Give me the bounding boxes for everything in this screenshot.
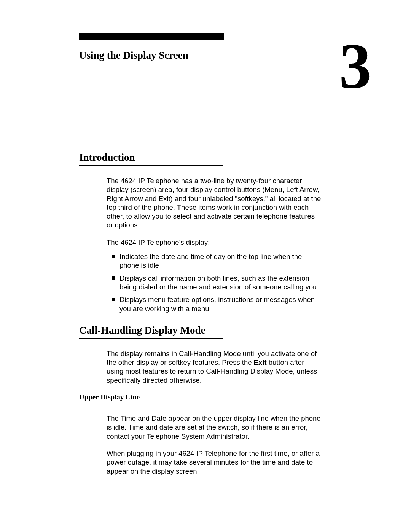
- intro-paragraph-1: The 4624 IP Telephone has a two-line by …: [107, 176, 321, 230]
- call-handling-paragraph: The display remains in Call-Handling Mod…: [107, 349, 321, 385]
- upper-display-paragraph-1: The Time and Date appear on the upper di…: [107, 414, 321, 441]
- heading-introduction: Introduction: [79, 152, 321, 163]
- chapter-bar: [79, 33, 224, 40]
- upper-display-body: The Time and Date appear on the upper di…: [107, 414, 321, 476]
- intro-bullet-list: Indicates the date and time of day on th…: [107, 252, 321, 313]
- list-item: Indicates the date and time of day on th…: [107, 252, 321, 270]
- upper-display-paragraph-2: When plugging in your 4624 IP Telephone …: [107, 449, 321, 476]
- heading-underline: [79, 338, 223, 339]
- call-handling-body: The display remains in Call-Handling Mod…: [107, 349, 321, 385]
- subheading-underline: [79, 403, 223, 403]
- heading-upper-display-line: Upper Display Line: [79, 393, 321, 401]
- content-area: Introduction The 4624 IP Telephone has a…: [79, 152, 321, 484]
- intro-paragraph-2: The 4624 IP Telephone's display:: [107, 238, 321, 247]
- list-item: Displays menu feature options, instructi…: [107, 295, 321, 313]
- list-item: Displays call information on both lines,…: [107, 274, 321, 292]
- chapter-number: 3: [339, 34, 371, 98]
- intro-body: The 4624 IP Telephone has a two-line by …: [107, 176, 321, 313]
- page: Using the Display Screen 3 Introduction …: [0, 0, 411, 56]
- heading-underline: [79, 165, 223, 166]
- exit-button-label: Exit: [254, 358, 267, 366]
- chapter-title: Using the Display Screen: [79, 50, 188, 61]
- heading-call-handling: Call-Handling Display Mode: [79, 324, 321, 336]
- section-top-rule: [79, 144, 321, 144]
